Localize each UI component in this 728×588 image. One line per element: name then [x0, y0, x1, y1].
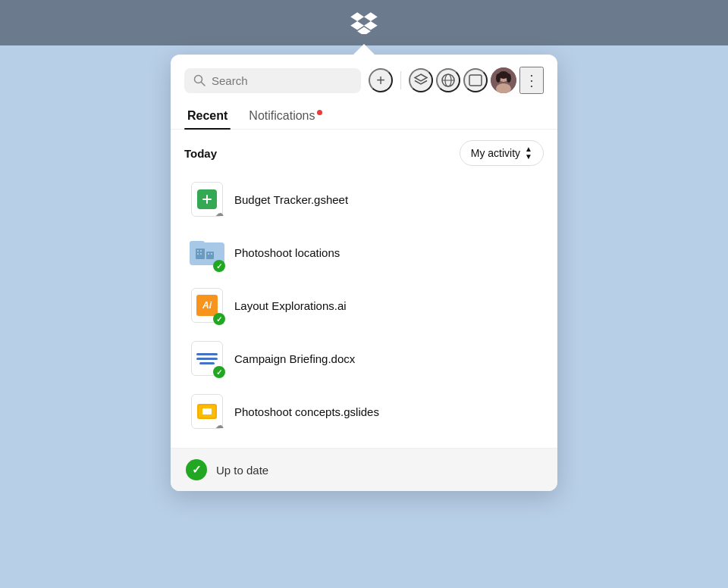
- footer-sync-icon: ✓: [186, 459, 207, 480]
- popup-footer: ✓ Up to date: [171, 448, 557, 491]
- file-name: Photoshoot concepts.gslides: [234, 405, 379, 418]
- svg-rect-18: [206, 252, 214, 259]
- list-item[interactable]: ✓ Photoshoot locations: [184, 227, 544, 278]
- plus-icon: [200, 192, 214, 206]
- svg-rect-6: [469, 75, 482, 86]
- search-box[interactable]: [184, 68, 361, 93]
- content-area: Today My activity ▲ ▼: [171, 130, 557, 448]
- section-header: Today My activity ▲ ▼: [184, 140, 544, 166]
- file-name: Campaign Briefing.docx: [234, 352, 355, 365]
- list-item[interactable]: Ai ✓ Layout Explorations.ai: [184, 280, 544, 331]
- file-icon-wrap: Ai ✓: [189, 286, 225, 325]
- list-item[interactable]: ☁ Photoshoot concepts.gslides: [184, 386, 544, 437]
- file-name: Budget Tracker.gsheet: [234, 193, 348, 206]
- svg-rect-21: [197, 253, 199, 255]
- popup-arrow: [353, 44, 375, 55]
- more-button[interactable]: ⋮: [519, 67, 544, 94]
- cloud-sync-icon: ☁: [213, 419, 225, 431]
- search-input[interactable]: [212, 74, 352, 87]
- svg-rect-22: [200, 253, 202, 255]
- file-name: Photoshoot locations: [234, 246, 340, 259]
- window-icon-button[interactable]: [463, 68, 488, 92]
- avatar-img: [491, 67, 516, 93]
- file-icon-wrap: ✓: [189, 339, 225, 378]
- synced-icon: ✓: [213, 313, 225, 325]
- cloud-sync-icon: ☁: [213, 207, 225, 219]
- svg-line-1: [202, 83, 206, 86]
- header-actions: +: [369, 67, 544, 94]
- file-name: Layout Explorations.ai: [234, 299, 347, 312]
- svg-rect-23: [208, 253, 209, 255]
- file-icon-wrap: ✓: [189, 233, 225, 272]
- globe-icon: [441, 73, 456, 88]
- chevrons-icon: ▲ ▼: [525, 145, 532, 161]
- file-list: ☁ Budget Tracker.gsheet: [184, 174, 544, 437]
- svg-marker-2: [415, 74, 427, 81]
- tab-recent[interactable]: Recent: [184, 103, 231, 129]
- notification-dot: [317, 110, 322, 115]
- add-button[interactable]: +: [369, 68, 393, 92]
- popup-header: +: [171, 55, 557, 94]
- avatar[interactable]: [491, 67, 516, 93]
- activity-filter-button[interactable]: My activity ▲ ▼: [460, 140, 544, 166]
- svg-rect-24: [211, 253, 212, 255]
- globe-icon-button[interactable]: [436, 68, 460, 92]
- synced-icon: ✓: [213, 366, 225, 378]
- synced-icon: ✓: [213, 260, 225, 272]
- list-item[interactable]: ✓ Campaign Briefing.docx: [184, 333, 544, 384]
- svg-point-12: [507, 74, 511, 83]
- section-title: Today: [184, 147, 217, 160]
- topbar: [0, 0, 728, 45]
- svg-point-11: [496, 74, 500, 83]
- svg-rect-16: [190, 241, 205, 247]
- popup: +: [171, 55, 557, 491]
- window-icon: [468, 73, 483, 88]
- layers-icon: [413, 73, 428, 88]
- tabs: Recent Notifications: [171, 94, 557, 130]
- svg-rect-14: [206, 195, 208, 204]
- layers-icon-button[interactable]: [409, 68, 433, 92]
- svg-rect-19: [197, 250, 199, 252]
- footer-status-text: Up to date: [216, 464, 268, 477]
- search-icon: [193, 74, 206, 86]
- popup-container: +: [171, 55, 557, 491]
- file-icon-wrap: ☁: [189, 392, 225, 431]
- divider: [400, 71, 401, 89]
- file-icon-wrap: ☁: [189, 180, 225, 219]
- dropbox-logo-icon: [350, 11, 378, 34]
- svg-rect-20: [200, 250, 202, 252]
- list-item[interactable]: ☁ Budget Tracker.gsheet: [184, 174, 544, 225]
- tab-notifications[interactable]: Notifications: [246, 103, 325, 129]
